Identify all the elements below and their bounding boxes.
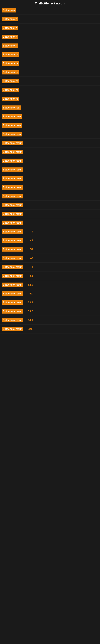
bottleneck-label: Bottleneck result	[1, 220, 23, 225]
bottleneck-label: Bottleneck re	[1, 88, 19, 92]
bottleneck-label: Bottleneck r	[1, 17, 18, 21]
bottleneck-label: Bottleneck re	[1, 61, 19, 66]
table-row: Bottleneck r	[0, 32, 100, 41]
table-row: Bottleneck result	[0, 156, 100, 165]
bottleneck-label: Bottleneck resu	[1, 132, 22, 136]
table-row: Bottleneck result	[0, 139, 100, 148]
bottleneck-label: Bottleneck result	[1, 141, 23, 145]
table-row: Bottleneck re	[0, 77, 100, 86]
table-row: Bottleneck re	[0, 94, 100, 103]
table-row: Bottleneck result52.	[0, 289, 100, 298]
table-row: Bottleneck result	[0, 218, 100, 227]
table-row: Bottleneck r	[0, 41, 100, 50]
bottleneck-label: Bottleneck result	[1, 194, 23, 198]
bottleneck-label: Bottleneck res	[1, 106, 21, 110]
table-row: Bottleneck re	[0, 68, 100, 77]
table-row: Bottleneck re	[0, 86, 100, 94]
bottleneck-value: 48	[25, 239, 33, 242]
table-row: Bottleneck r	[0, 24, 100, 32]
table-row: Bottleneck result52.9	[0, 280, 100, 289]
bottleneck-value: 51	[25, 248, 33, 251]
bottleneck-label: Bottleneck result	[1, 230, 23, 234]
bottleneck-label: Bottleneck result	[1, 265, 23, 269]
header: TheBottlenecker.com	[0, 0, 100, 6]
bottleneck-label: Bottleneck r	[1, 26, 18, 30]
table-row: Bottleneck result54.1	[0, 316, 100, 324]
table-row: Bottleneck resu	[0, 130, 100, 139]
bottleneck-label: Bottleneck result	[1, 247, 23, 252]
table-row: Bottleneck result	[0, 210, 100, 218]
bottleneck-label: Bottleneck re	[1, 79, 19, 83]
table-row: Bottleneck result4	[0, 263, 100, 272]
table-row: Bottleneck re	[0, 50, 100, 59]
bottleneck-label: Bottleneck re	[1, 52, 19, 57]
bottleneck-label: Bottleneck r	[1, 34, 18, 39]
bottleneck-label: Bottleneck re	[1, 70, 19, 74]
table-row: Bottleneck res	[0, 103, 100, 112]
bottleneck-value: 54.1	[25, 318, 33, 322]
bottleneck-label: Bottleneck result	[1, 282, 23, 287]
table-row: Bottleneck result51	[0, 272, 100, 280]
table-row: Bottleneck result4	[0, 227, 100, 236]
table-row: Bottleneck re	[0, 59, 100, 68]
bottleneck-label: Bottleneck result	[1, 203, 23, 207]
table-row: Bottleneck result53.2	[0, 298, 100, 307]
table-row: Bottleneck result	[0, 165, 100, 174]
bottleneck-label: Bottleneck result	[1, 318, 23, 322]
bottleneck-label: Bottleneck result	[1, 256, 23, 260]
table-row: Bottleneck	[0, 6, 100, 15]
bottleneck-label: Bottleneck result	[1, 168, 23, 172]
bottleneck-value: 52%	[25, 328, 33, 330]
table-row: Bottleneck result53.6	[0, 307, 100, 316]
table-row: Bottleneck result	[0, 174, 100, 183]
bottleneck-label: Bottleneck	[1, 8, 16, 12]
bottleneck-value: 52.9	[25, 283, 33, 286]
bottleneck-label: Bottleneck result	[1, 176, 23, 181]
bottleneck-label: Bottleneck result	[1, 158, 23, 163]
table-row: Bottleneck result	[0, 183, 100, 192]
bottleneck-value: 52.	[25, 292, 33, 295]
bottleneck-value: 49	[25, 256, 33, 260]
bottleneck-value: 53.6	[25, 310, 33, 313]
table-row: Bottleneck result49	[0, 254, 100, 263]
bottleneck-label: Bottleneck result	[1, 274, 23, 278]
bottleneck-label: Bottleneck r	[1, 44, 18, 48]
site-title: TheBottlenecker.com	[0, 0, 100, 6]
bottleneck-label: Bottleneck result	[1, 309, 23, 314]
table-row: Bottleneck resu	[0, 121, 100, 130]
bottleneck-label: Bottleneck re	[1, 96, 19, 101]
table-row: Bottleneck result	[0, 148, 100, 156]
bottleneck-value: 53.2	[25, 301, 33, 304]
bottleneck-value: 51	[25, 274, 33, 277]
bottleneck-label: Bottleneck resu	[1, 123, 22, 128]
bottleneck-label: Bottleneck result	[1, 212, 23, 216]
bottleneck-label: Bottleneck result	[1, 150, 23, 154]
table-row: Bottleneck result51	[0, 245, 100, 254]
bottleneck-value: 4	[25, 230, 33, 233]
table-row: Bottleneck resu	[0, 112, 100, 121]
bottleneck-label: Bottleneck result	[1, 185, 23, 190]
table-row: Bottleneck result	[0, 201, 100, 210]
table-row: Bottleneck result52%	[0, 324, 100, 334]
bottleneck-label: Bottleneck result	[1, 327, 23, 331]
bottleneck-label: Bottleneck result	[1, 292, 23, 296]
bottleneck-label: Bottleneck result	[1, 238, 23, 243]
bottleneck-label: Bottleneck result	[1, 300, 23, 305]
table-row: Bottleneck r	[0, 15, 100, 24]
table-row: Bottleneck result	[0, 192, 100, 201]
bottleneck-value: 4	[25, 266, 33, 268]
table-row: Bottleneck result48	[0, 236, 100, 245]
bottleneck-label: Bottleneck resu	[1, 114, 22, 119]
